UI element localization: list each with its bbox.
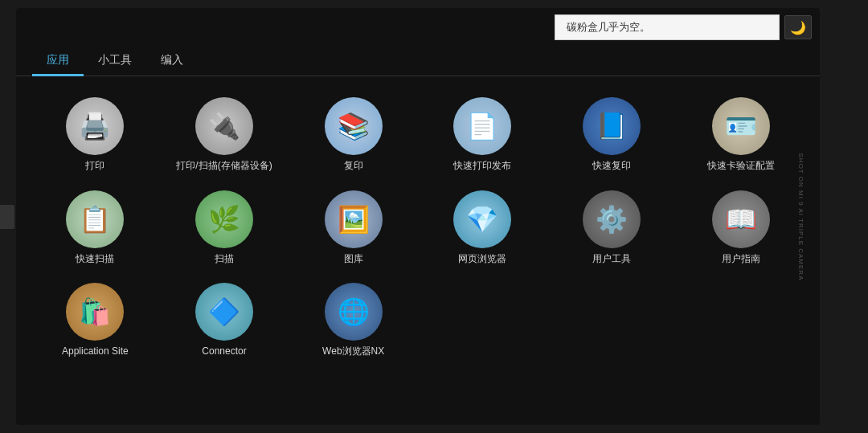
app-item-quick-scan[interactable]: 📋快速扫描 (32, 186, 158, 271)
app-label-scan: 扫描 (215, 253, 234, 266)
app-item-user-guide[interactable]: 📖用户指南 (678, 186, 804, 271)
app-icon-print: 🖨️ (66, 97, 124, 155)
app-item-web-browser[interactable]: 💎网页浏览器 (420, 186, 546, 271)
app-icon-copy: 📚 (325, 97, 383, 155)
app-item-scan-print[interactable]: 🔌打印/扫描(存储器设备) (162, 92, 288, 178)
tab-bar: 应用 小工具 编入 (16, 47, 820, 76)
app-grid: 🖨️打印🔌打印/扫描(存储器设备)📚复印📄快速打印发布📘快速复印🪪快速卡验证配置… (16, 84, 820, 371)
app-icon-quick-copy: 📘 (583, 97, 641, 155)
app-label-card-auth: 快速卡验证配置 (707, 160, 775, 173)
app-label-quick-print: 快速打印发布 (453, 160, 511, 173)
app-icon-quick-scan: 📋 (66, 190, 124, 248)
app-icon-web-browser: 💎 (453, 190, 511, 248)
app-item-copy[interactable]: 📚复印 (290, 92, 416, 178)
app-icon-connector: 🔷 (195, 283, 253, 341)
app-item-gallery[interactable]: 🖼️图库 (290, 186, 416, 271)
tab-tools[interactable]: 小工具 (84, 47, 146, 76)
app-item-connector[interactable]: 🔷Connector (162, 278, 288, 363)
app-label-quick-scan: 快速扫描 (76, 253, 114, 266)
app-icon-user-tools: ⚙️ (583, 190, 641, 248)
app-item-print[interactable]: 🖨️打印 (32, 92, 158, 178)
notification-bar: 碳粉盒几乎为空。 🌙 (16, 8, 820, 47)
app-label-user-guide: 用户指南 (722, 253, 760, 266)
app-icon-card-auth: 🪪 (712, 97, 770, 155)
app-label-gallery: 图库 (344, 253, 363, 266)
app-label-web-nx: Web浏览器NX (322, 345, 384, 358)
app-label-app-site: Application Site (62, 345, 129, 358)
app-icon-scan: 🌿 (195, 190, 253, 248)
app-icon-quick-print: 📄 (453, 97, 511, 155)
app-item-quick-copy[interactable]: 📘快速复印 (549, 92, 675, 178)
app-item-app-site[interactable]: 🛍️Application Site (32, 278, 158, 363)
app-label-quick-copy: 快速复印 (592, 160, 631, 173)
app-label-web-browser: 网页浏览器 (458, 253, 506, 266)
app-icon-gallery: 🖼️ (325, 190, 383, 248)
app-item-card-auth[interactable]: 🪪快速卡验证配置 (678, 92, 804, 178)
app-label-connector: Connector (202, 345, 246, 358)
screen: 碳粉盒几乎为空。 🌙 应用 小工具 编入 🖨️打印🔌打印/扫描(存储器设备)📚复… (16, 8, 820, 425)
app-item-scan[interactable]: 🌿扫描 (162, 186, 288, 271)
app-icon-web-nx: 🌐 (325, 283, 383, 341)
left-button[interactable] (0, 205, 14, 229)
notification-message: 碳粉盒几乎为空。 (555, 14, 780, 40)
tab-apps[interactable]: 应用 (32, 47, 84, 76)
app-icon-user-guide: 📖 (712, 190, 770, 248)
app-icon-app-site: 🛍️ (66, 283, 124, 341)
app-item-user-tools[interactable]: ⚙️用户工具 (549, 186, 675, 271)
app-item-quick-print[interactable]: 📄快速打印发布 (420, 92, 546, 178)
app-label-user-tools: 用户工具 (592, 253, 631, 266)
app-label-copy: 复印 (344, 160, 363, 173)
tab-input[interactable]: 编入 (146, 47, 198, 76)
device-frame: 碳粉盒几乎为空。 🌙 应用 小工具 编入 🖨️打印🔌打印/扫描(存储器设备)📚复… (0, 0, 868, 433)
app-label-scan-print: 打印/扫描(存储器设备) (176, 160, 272, 173)
camera-label: SHOT ON MI 9 AI TRIPLE CAMERA (797, 153, 805, 280)
app-item-web-nx[interactable]: 🌐Web浏览器NX (290, 278, 416, 363)
app-label-print: 打印 (85, 160, 104, 173)
app-icon-scan-print: 🔌 (195, 97, 253, 155)
sleep-button[interactable]: 🌙 (784, 15, 812, 39)
